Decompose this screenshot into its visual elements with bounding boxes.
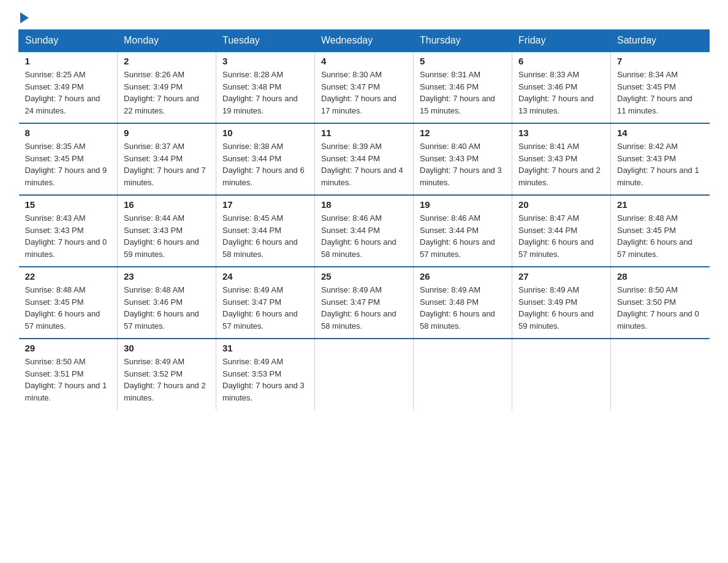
day-number: 16 [124, 199, 210, 210]
day-number: 4 [321, 56, 407, 66]
day-info: Sunrise: 8:31 AMSunset: 3:46 PMDaylight:… [420, 69, 506, 117]
day-info: Sunrise: 8:35 AMSunset: 3:45 PMDaylight:… [25, 140, 112, 188]
day-number: 19 [420, 199, 506, 210]
day-number: 2 [124, 56, 210, 66]
calendar-table: SundayMondayTuesdayWednesdayThursdayFrid… [18, 29, 710, 410]
calendar-header-tuesday: Tuesday [216, 30, 315, 52]
day-number: 31 [222, 343, 308, 353]
calendar-cell: 23Sunrise: 8:48 AMSunset: 3:46 PMDayligh… [118, 267, 216, 339]
day-info: Sunrise: 8:25 AMSunset: 3:49 PMDaylight:… [25, 69, 112, 117]
calendar-cell [414, 339, 512, 410]
calendar-cell: 20Sunrise: 8:47 AMSunset: 3:44 PMDayligh… [512, 195, 611, 267]
day-info: Sunrise: 8:45 AMSunset: 3:44 PMDaylight:… [222, 212, 308, 260]
day-info: Sunrise: 8:37 AMSunset: 3:44 PMDaylight:… [124, 140, 210, 188]
calendar-header-row: SundayMondayTuesdayWednesdayThursdayFrid… [19, 30, 710, 52]
day-info: Sunrise: 8:49 AMSunset: 3:49 PMDaylight:… [518, 284, 604, 332]
calendar-cell: 27Sunrise: 8:49 AMSunset: 3:49 PMDayligh… [512, 267, 611, 339]
calendar-cell: 9Sunrise: 8:37 AMSunset: 3:44 PMDaylight… [118, 123, 216, 195]
day-number: 5 [420, 56, 506, 66]
calendar-header-wednesday: Wednesday [315, 30, 414, 52]
calendar-cell [611, 339, 710, 410]
day-info: Sunrise: 8:43 AMSunset: 3:43 PMDaylight:… [25, 212, 112, 260]
day-number: 18 [321, 199, 407, 210]
calendar-cell: 18Sunrise: 8:46 AMSunset: 3:44 PMDayligh… [315, 195, 414, 267]
calendar-cell: 21Sunrise: 8:48 AMSunset: 3:45 PMDayligh… [611, 195, 710, 267]
calendar-cell: 30Sunrise: 8:49 AMSunset: 3:52 PMDayligh… [118, 339, 216, 410]
calendar-cell: 19Sunrise: 8:46 AMSunset: 3:44 PMDayligh… [414, 195, 512, 267]
day-info: Sunrise: 8:44 AMSunset: 3:43 PMDaylight:… [124, 212, 210, 260]
day-info: Sunrise: 8:40 AMSunset: 3:43 PMDaylight:… [420, 140, 506, 188]
calendar-week-row: 29Sunrise: 8:50 AMSunset: 3:51 PMDayligh… [19, 339, 710, 410]
calendar-cell: 31Sunrise: 8:49 AMSunset: 3:53 PMDayligh… [216, 339, 315, 410]
day-number: 23 [124, 271, 210, 282]
calendar-cell: 17Sunrise: 8:45 AMSunset: 3:44 PMDayligh… [216, 195, 315, 267]
calendar-cell: 4Sunrise: 8:30 AMSunset: 3:47 PMDaylight… [315, 52, 414, 123]
calendar-cell: 22Sunrise: 8:48 AMSunset: 3:45 PMDayligh… [19, 267, 118, 339]
day-info: Sunrise: 8:49 AMSunset: 3:53 PMDaylight:… [222, 356, 308, 404]
day-number: 25 [321, 271, 407, 282]
calendar-cell: 7Sunrise: 8:34 AMSunset: 3:45 PMDaylight… [611, 52, 710, 123]
calendar-cell: 2Sunrise: 8:26 AMSunset: 3:49 PMDaylight… [118, 52, 216, 123]
day-number: 30 [124, 343, 210, 353]
calendar-cell: 28Sunrise: 8:50 AMSunset: 3:50 PMDayligh… [611, 267, 710, 339]
calendar-cell: 13Sunrise: 8:41 AMSunset: 3:43 PMDayligh… [512, 123, 611, 195]
day-number: 22 [25, 271, 112, 282]
calendar-week-row: 8Sunrise: 8:35 AMSunset: 3:45 PMDaylight… [19, 123, 710, 195]
day-number: 24 [222, 271, 308, 282]
calendar-cell: 29Sunrise: 8:50 AMSunset: 3:51 PMDayligh… [19, 339, 118, 410]
calendar-header-friday: Friday [512, 30, 611, 52]
day-number: 1 [25, 56, 112, 66]
day-info: Sunrise: 8:50 AMSunset: 3:51 PMDaylight:… [25, 356, 112, 404]
day-number: 29 [25, 343, 112, 353]
calendar-header-saturday: Saturday [611, 30, 710, 52]
day-info: Sunrise: 8:39 AMSunset: 3:44 PMDaylight:… [321, 140, 407, 188]
day-info: Sunrise: 8:49 AMSunset: 3:48 PMDaylight:… [420, 284, 506, 332]
day-info: Sunrise: 8:26 AMSunset: 3:49 PMDaylight:… [124, 69, 210, 117]
logo-arrow-icon [20, 12, 29, 23]
day-number: 13 [518, 128, 604, 138]
calendar-cell: 16Sunrise: 8:44 AMSunset: 3:43 PMDayligh… [118, 195, 216, 267]
calendar-cell [315, 339, 414, 410]
day-info: Sunrise: 8:50 AMSunset: 3:50 PMDaylight:… [617, 284, 703, 332]
calendar-week-row: 15Sunrise: 8:43 AMSunset: 3:43 PMDayligh… [19, 195, 710, 267]
calendar-week-row: 1Sunrise: 8:25 AMSunset: 3:49 PMDaylight… [19, 52, 710, 123]
day-info: Sunrise: 8:48 AMSunset: 3:45 PMDaylight:… [617, 212, 703, 260]
day-number: 28 [617, 271, 703, 282]
day-info: Sunrise: 8:33 AMSunset: 3:46 PMDaylight:… [518, 69, 604, 117]
calendar-cell: 6Sunrise: 8:33 AMSunset: 3:46 PMDaylight… [512, 52, 611, 123]
day-number: 26 [420, 271, 506, 282]
day-info: Sunrise: 8:28 AMSunset: 3:48 PMDaylight:… [222, 69, 308, 117]
logo [18, 12, 31, 23]
day-number: 7 [617, 56, 703, 66]
day-info: Sunrise: 8:48 AMSunset: 3:46 PMDaylight:… [124, 284, 210, 332]
day-number: 3 [222, 56, 308, 66]
day-info: Sunrise: 8:34 AMSunset: 3:45 PMDaylight:… [617, 69, 703, 117]
logo-general [18, 12, 31, 23]
day-number: 17 [222, 199, 308, 210]
day-info: Sunrise: 8:46 AMSunset: 3:44 PMDaylight:… [420, 212, 506, 260]
calendar-cell [512, 339, 611, 410]
calendar-header-monday: Monday [118, 30, 216, 52]
calendar-cell: 11Sunrise: 8:39 AMSunset: 3:44 PMDayligh… [315, 123, 414, 195]
day-number: 6 [518, 56, 604, 66]
day-info: Sunrise: 8:41 AMSunset: 3:43 PMDaylight:… [518, 140, 604, 188]
page-header [18, 12, 710, 23]
calendar-cell: 3Sunrise: 8:28 AMSunset: 3:48 PMDaylight… [216, 52, 315, 123]
calendar-cell: 8Sunrise: 8:35 AMSunset: 3:45 PMDaylight… [19, 123, 118, 195]
day-info: Sunrise: 8:49 AMSunset: 3:52 PMDaylight:… [124, 356, 210, 404]
day-number: 20 [518, 199, 604, 210]
day-info: Sunrise: 8:49 AMSunset: 3:47 PMDaylight:… [321, 284, 407, 332]
day-info: Sunrise: 8:49 AMSunset: 3:47 PMDaylight:… [222, 284, 308, 332]
day-number: 14 [617, 128, 703, 138]
day-number: 12 [420, 128, 506, 138]
day-info: Sunrise: 8:48 AMSunset: 3:45 PMDaylight:… [25, 284, 112, 332]
day-number: 9 [124, 128, 210, 138]
calendar-cell: 24Sunrise: 8:49 AMSunset: 3:47 PMDayligh… [216, 267, 315, 339]
calendar-cell: 26Sunrise: 8:49 AMSunset: 3:48 PMDayligh… [414, 267, 512, 339]
day-info: Sunrise: 8:46 AMSunset: 3:44 PMDaylight:… [321, 212, 407, 260]
calendar-week-row: 22Sunrise: 8:48 AMSunset: 3:45 PMDayligh… [19, 267, 710, 339]
day-number: 15 [25, 199, 112, 210]
day-number: 21 [617, 199, 703, 210]
day-info: Sunrise: 8:47 AMSunset: 3:44 PMDaylight:… [518, 212, 604, 260]
day-number: 27 [518, 271, 604, 282]
